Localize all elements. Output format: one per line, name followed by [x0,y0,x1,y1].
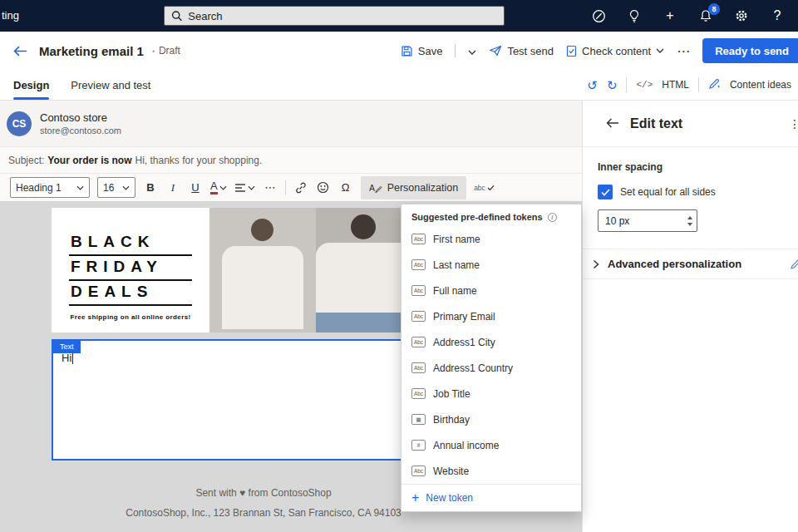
search-icon [171,10,182,22]
spellcheck-button[interactable]: abc [474,178,495,198]
sender-email: store@contoso.com [40,126,121,135]
check-content-button[interactable]: Check content [566,45,664,57]
token-menu-title: Suggested pre-defined tokens [411,212,543,222]
content-ideas-icon [708,77,721,93]
font-size-select[interactable]: 16 [97,177,135,198]
compose-icon[interactable] [591,8,606,23]
formatting-toolbar: Heading 1 16 B I U A ⋯ Ω A Personalizati… [0,173,582,202]
spin-down-icon[interactable] [687,223,692,226]
new-token-button[interactable]: + New token [401,484,581,511]
settings-gear-icon[interactable] [734,8,749,23]
tab-preview-and-test[interactable]: Preview and test [71,70,150,100]
black-friday-banner: BLACK FRIDAY DEALS Free shipping on all … [52,208,209,332]
checked-checkbox-icon[interactable] [598,185,613,200]
font-color-button[interactable]: A [210,178,227,198]
check-content-chevron-icon [656,48,664,53]
emoji-icon [317,181,329,194]
more-commands-icon[interactable]: ⋯ [677,43,690,59]
token-item-full-name[interactable]: AbcFull name [401,278,581,303]
token-item-address1-city[interactable]: AbcAddress1 City [401,329,581,355]
content-ideas-button[interactable]: Content ideas [730,79,791,91]
token-item-address1-country[interactable]: AbcAddress1 Country [401,355,581,381]
help-icon[interactable]: ? [770,8,785,23]
token-item-primary-email[interactable]: AbcPrimary Email [401,303,581,329]
abc-token-icon: Abc [411,337,426,347]
ready-to-send-button[interactable]: Ready to send [702,38,798,63]
chevron-down-icon [219,185,227,190]
inner-spacing-input[interactable] [598,215,683,227]
personalization-label: Personalization [387,182,458,194]
html-view-button[interactable]: HTML [662,79,689,91]
tab-design[interactable]: Design [13,70,49,100]
status-dot-icon: ● [152,48,155,53]
save-menu-chevron-icon[interactable] [468,43,476,58]
sender-avatar: CS [7,111,32,136]
save-button[interactable]: Save [401,45,443,57]
token-label: Birthday [433,414,470,426]
undo-icon[interactable]: ↺ [587,79,598,91]
save-label: Save [418,45,443,57]
abc-token-icon: Abc [411,388,426,399]
tab-bar: Design Preview and test ↺ ↻ </> HTML Con… [0,70,798,101]
underline-button[interactable]: U [188,178,203,198]
token-label: Website [433,466,469,477]
notifications-bell-icon[interactable]: 8 [698,8,713,23]
topbar-icon-group: + 8 ? [591,0,785,32]
equal-sides-checkbox-row[interactable]: Set equal for all sides [598,185,783,200]
bold-button[interactable]: B [143,178,158,198]
token-label: Last name [433,259,480,271]
font-size-value: 16 [103,182,114,194]
special-character-button[interactable]: Ω [338,178,353,198]
panel-kebab-icon[interactable]: ⋮ [789,117,798,131]
photo-sweater-shape [222,246,303,329]
photo-person-silhouette [351,214,376,239]
abc-token-icon: Abc [411,362,426,373]
global-search[interactable] [164,6,505,26]
emoji-button[interactable] [316,178,331,198]
token-item-website[interactable]: AbcWebsite [401,458,581,484]
search-input[interactable] [188,10,497,22]
photo-person-silhouette [251,219,273,241]
panel-back-arrow-icon[interactable] [606,116,619,131]
token-item-annual-income[interactable]: #Annual income [401,432,581,458]
check-icon [487,185,495,191]
abc-token-icon: Abc [411,466,426,476]
italic-button[interactable]: I [165,178,180,198]
add-icon[interactable]: + [663,8,677,23]
banner-line-2: FRIDAY [69,256,192,281]
more-formatting-icon[interactable]: ⋯ [263,178,278,198]
token-item-first-name[interactable]: AbcFirst name [401,226,581,252]
spinner-buttons[interactable] [683,210,697,231]
personalization-token-menu: Suggested pre-defined tokens i AbcFirst … [401,204,582,512]
back-arrow-icon[interactable] [13,46,27,57]
info-icon[interactable]: i [548,213,557,222]
personalization-button[interactable]: A Personalization [361,176,466,200]
document-check-icon [566,45,577,57]
text-style-select[interactable]: Heading 1 [10,177,90,198]
alignment-button[interactable] [234,178,255,198]
token-item-job-title[interactable]: AbcJob Title [401,381,581,406]
inner-spacing-label: Inner spacing [598,161,783,173]
align-left-icon [234,183,246,193]
chevron-right-icon [593,259,599,269]
token-item-birthday[interactable]: ▦Birthday [401,406,581,432]
font-color-glyph: A [210,180,218,195]
lightbulb-icon[interactable] [627,8,642,23]
token-item-last-name[interactable]: AbcLast name [401,252,581,278]
advanced-personalization-row[interactable]: Advanced personalization [583,249,798,279]
token-label: Full name [433,285,477,297]
test-send-button[interactable]: Test send [489,45,554,57]
split-button-divider [455,44,456,57]
redo-icon[interactable]: ↻ [607,79,618,91]
inner-spacing-spinbox[interactable] [598,209,697,232]
toolbar-divider [698,77,699,92]
abc-token-icon: Abc [411,234,426,244]
subject-line[interactable]: Subject: Your order is now Hi, thanks fo… [0,146,582,173]
advanced-personalization-label: Advanced personalization [608,258,741,270]
text-block-tag: Text [53,341,81,353]
token-label: Address1 City [433,337,495,348]
email-designer-app: ting + 8 ? Marketing email 1 ● Draft [0,0,798,532]
link-button[interactable] [293,178,308,198]
spin-up-icon[interactable] [687,216,692,219]
hero-photo-1 [209,208,316,332]
